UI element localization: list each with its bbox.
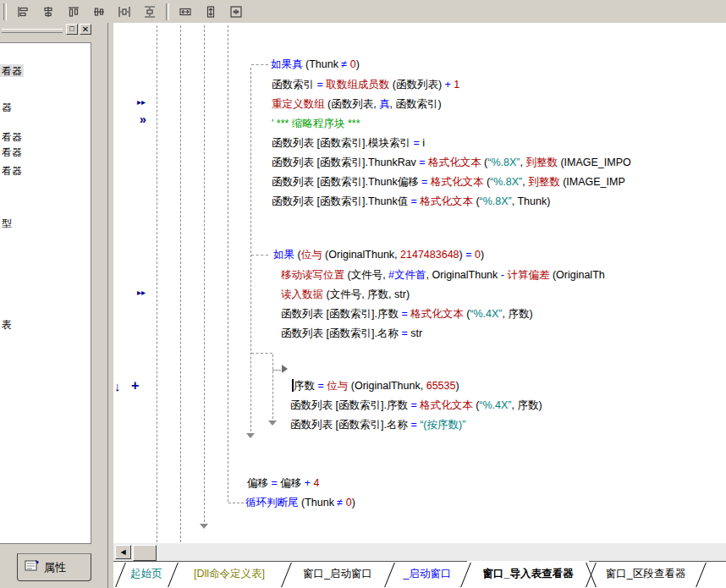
properties-tab-label: 属性 (44, 560, 66, 575)
code-token: , 函数索引) (390, 98, 442, 110)
document-tabs: 起始页[Dll命令定义表]窗口_启动窗口_启动窗口窗口_导入表查看器窗口_区段查… (113, 561, 726, 588)
sidebar-item[interactable]: 看器 (0, 64, 24, 77)
code-token: ' *** 缩略程序块 *** (272, 118, 360, 129)
make-same-size-button[interactable] (226, 2, 246, 22)
code-token: 到整数 (528, 176, 560, 188)
left-panel: □ ✕ 看器器看器看器看器型表 属性 (0, 23, 107, 588)
code-token: 计算偏差 (507, 269, 549, 281)
code-token: 0 (346, 497, 352, 508)
flow-guide-line (272, 354, 273, 419)
step-marker: ▸▸ (137, 97, 146, 107)
code-token: = (317, 380, 323, 392)
align-top-edges-button[interactable] (63, 2, 84, 22)
flow-corner-dash (272, 370, 281, 371)
panel-grabber[interactable] (2, 29, 63, 33)
code-token: 函数列表 [函数索引].Thunk值 (272, 195, 411, 207)
space-evenly-vertical-button[interactable] (140, 2, 160, 22)
align-left-edges-icon (16, 5, 30, 19)
horizontal-scrollbar[interactable]: ◀ (113, 543, 726, 561)
panel-close-button[interactable]: ✕ (80, 24, 91, 35)
code-token: 移动读写位置 (281, 269, 344, 281)
code-editor[interactable]: ▸▸»▸▸↓+如果真 (Thunk ≠ 0)函数索引 = 取数组成员数 (函数列… (113, 23, 726, 543)
code-line: 函数列表 [函数索引].名称 = str (281, 327, 422, 340)
code-token: 循环判断尾 (245, 497, 299, 508)
code-token: , 序数) (512, 399, 542, 411)
sidebar-item[interactable]: 看器 (2, 164, 22, 177)
code-token: “%.4X” (470, 308, 502, 320)
code-token: (函数列表) (389, 79, 444, 91)
align-left-edges-button[interactable] (13, 2, 33, 22)
scroll-left-button[interactable]: ◀ (115, 545, 131, 559)
sidebar-item[interactable]: 看器 (2, 146, 22, 158)
code-token: #文件首 (388, 269, 426, 281)
make-same-width-button[interactable] (175, 2, 195, 22)
align-horizontal-centers-button[interactable] (38, 2, 58, 22)
code-token: str (408, 327, 422, 339)
sidebar-item[interactable]: 看器 (2, 130, 22, 143)
code-line: 如果真 (Thunk ≠ 0) (271, 58, 360, 71)
document-tab[interactable]: [Dll命令定义表] (173, 562, 286, 588)
document-tab[interactable]: _启动窗口 (389, 562, 465, 588)
code-token: 函数索引 (272, 79, 316, 91)
ide-window: □ ✕ 看器器看器看器看器型表 属性 ▸▸»▸▸↓+如果真 (Thunk ≠ 0… (0, 0, 726, 588)
space-evenly-horizontal-button[interactable] (114, 2, 135, 22)
code-token: “%.4X” (479, 399, 511, 411)
code-token: 如果真 (271, 58, 303, 70)
properties-tab[interactable]: 属性 (17, 553, 91, 581)
document-tab[interactable]: 窗口_启动窗口 (286, 562, 389, 588)
sidebar-list[interactable]: 看器器看器看器看器型表 (0, 42, 91, 544)
code-token: 格式化文本 (428, 157, 481, 168)
panel-titlebar[interactable]: □ ✕ (0, 23, 107, 41)
panel-restore-button[interactable]: □ (66, 24, 78, 35)
flow-guide-line (157, 25, 157, 542)
code-token: = (401, 327, 407, 339)
code-token: 0 (350, 58, 356, 70)
align-vertical-centers-icon (92, 5, 106, 19)
code-token: 如果 (273, 249, 294, 261)
code-token: = (401, 308, 407, 320)
code-line: 函数列表 [函数索引].Thunk值 = 格式化文本 (“%.8X”, Thun… (272, 195, 550, 208)
step-marker: ▸▸ (137, 288, 146, 297)
plus-marker: + (131, 378, 139, 393)
code-token: 0 (475, 249, 481, 261)
code-token: 位与 (301, 249, 322, 261)
code-token: (IMAGE_IMP (560, 176, 625, 188)
flow-arrow-down-icon (246, 433, 255, 438)
sidebar-item[interactable]: 器 (2, 101, 12, 113)
code-token: “%.8X” (487, 157, 520, 168)
code-token: , OriginalThunk (426, 269, 501, 281)
code-token: , Thunk) (512, 195, 551, 207)
code-token: 格式化文本 (431, 176, 484, 188)
scrollbar-thumb[interactable] (133, 545, 157, 561)
code-token: (OriginalThunk, (348, 380, 426, 392)
down-marker: ↓ (114, 379, 121, 393)
document-tab[interactable]: 窗口_区段查看器 (591, 562, 701, 588)
flow-corner-dash (228, 503, 244, 503)
code-token: = (271, 477, 277, 489)
align-vertical-centers-button[interactable] (89, 2, 109, 22)
flow-arrow-down-icon (200, 524, 208, 529)
code-line: 如果 (位与 (OriginalThunk, 2147483648) = 0) (273, 248, 484, 261)
document-tab[interactable]: 起始页 (120, 562, 173, 588)
code-token: (函数列表, (325, 98, 380, 110)
code-token: 格式化文本 (420, 195, 473, 207)
sidebar-item[interactable]: 型 (2, 217, 12, 229)
code-token: = (316, 79, 322, 91)
code-token: “(按序数)” (420, 419, 465, 431)
code-line: 函数索引 = 取数组成员数 (函数列表) + 1 (272, 78, 459, 91)
fold-marker: » (140, 113, 146, 126)
code-token: ( (483, 176, 490, 188)
code-token: (IMAGE_IMPO (558, 157, 631, 168)
branch-arrow-icon (282, 365, 288, 373)
code-token: 函数列表 [函数索引].ThunkRav (272, 157, 419, 168)
toolbar (0, 0, 726, 24)
code-token: = (411, 195, 417, 207)
make-same-height-button[interactable] (201, 2, 221, 22)
sidebar-item[interactable]: 表 (2, 318, 12, 331)
document-tab[interactable]: 窗口_导入表查看器 (465, 562, 591, 588)
code-token: 函数列表 [函数索引].Thunk偏移 (272, 176, 421, 188)
code-token: 函数列表 [函数索引].名称 (281, 327, 401, 339)
code-line: 函数列表 [函数索引].序数 = 格式化文本 (“%.4X”, 序数) (281, 307, 533, 321)
document-tab[interactable] (701, 562, 724, 588)
code-token: 读入数据 (281, 289, 323, 300)
